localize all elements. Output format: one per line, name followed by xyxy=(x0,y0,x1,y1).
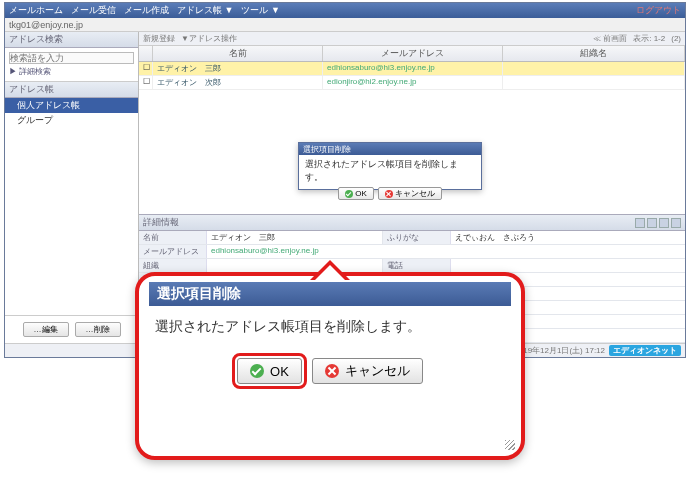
sidebar-item-personal[interactable]: 個人アドレス帳 xyxy=(5,98,138,113)
detail-tools[interactable] xyxy=(635,218,681,228)
table-row[interactable]: ☐ エディオン 三郎 edhionsaburo@hi3.enjoy.ne.jp xyxy=(139,62,685,76)
row-mail: edionjiro@hi2.enjoy.ne.jp xyxy=(323,76,503,89)
dialog-title: 選択項目削除 xyxy=(299,143,481,155)
callout-title: 選択項目削除 xyxy=(149,282,511,306)
cancel-label: キャンセル xyxy=(395,188,435,199)
ok-icon xyxy=(345,190,353,198)
callout-ok-button[interactable]: OK xyxy=(237,358,302,384)
content-toolbar: 新規登録 ▼アドレス操作 ≪ 前画面 表示: 1-2 (2) xyxy=(139,32,685,46)
dv-org xyxy=(207,259,383,272)
delete-button[interactable]: …削除 xyxy=(75,322,121,337)
user-bar: tkg01@enjoy.ne.jp xyxy=(5,18,685,32)
ok-label: OK xyxy=(270,364,289,379)
row-check[interactable]: ☐ xyxy=(139,62,153,75)
dv-name: エディオン 三郎 xyxy=(207,231,383,244)
col-mail[interactable]: メールアドレス xyxy=(323,46,503,61)
sidebar-item-group[interactable]: グループ xyxy=(5,113,138,128)
col-name[interactable]: 名前 xyxy=(153,46,323,61)
crumb-new[interactable]: 新規登録 xyxy=(143,33,175,44)
toolbar-count: 表示: 1-2 xyxy=(633,33,665,44)
row-name: エディオン 三郎 xyxy=(153,62,323,75)
dl-tel: 電話 xyxy=(383,259,451,272)
callout-message: 選択されたアドレス帳項目を削除します。 xyxy=(139,310,521,344)
dv-mail: edhionsaburo@hi3.enjoy.ne.jp xyxy=(207,245,685,258)
tab-mail-recv[interactable]: メール受信 xyxy=(71,4,116,17)
callout-zoom: 選択項目削除 選択されたアドレス帳項目を削除します。 OK キャンセル xyxy=(135,272,525,460)
search-panel-title: アドレス検索 xyxy=(5,32,138,48)
dialog-cancel-button[interactable]: キャンセル xyxy=(378,187,442,200)
dl-org: 組織 xyxy=(139,259,207,272)
col-check[interactable] xyxy=(139,46,153,61)
toolbar-of: (2) xyxy=(671,34,681,43)
cancel-icon xyxy=(325,364,339,378)
dv-tel xyxy=(451,259,685,272)
ok-label: OK xyxy=(355,189,367,198)
callout-cancel-button[interactable]: キャンセル xyxy=(312,358,423,384)
tab-address[interactable]: アドレス帳 ▼ xyxy=(177,4,233,17)
tab-mail-home[interactable]: メールホーム xyxy=(9,4,63,17)
confirm-dialog: 選択項目削除 選択されたアドレス帳項目を削除します。 OK キャンセル xyxy=(298,142,482,190)
dialog-ok-button[interactable]: OK xyxy=(338,187,374,200)
dialog-message: 選択されたアドレス帳項目を削除します。 xyxy=(305,158,475,184)
cancel-label: キャンセル xyxy=(345,362,410,380)
grid-header: 名前 メールアドレス 組織名 xyxy=(139,46,685,62)
edit-button[interactable]: …編集 xyxy=(23,322,69,337)
detail-search-link[interactable]: ▶ 詳細検索 xyxy=(9,66,134,77)
main-header: メールホーム メール受信 メール作成 アドレス帳 ▼ ツール ▼ ログアウト xyxy=(5,3,685,18)
row-mail: edhionsaburo@hi3.enjoy.ne.jp xyxy=(323,62,503,75)
search-input[interactable] xyxy=(9,52,134,64)
row-name: エディオン 次郎 xyxy=(153,76,323,89)
footer-brand: エディオンネット xyxy=(609,345,681,356)
row-org xyxy=(503,62,685,75)
crumb-ops[interactable]: ▼アドレス操作 xyxy=(181,33,237,44)
cancel-icon xyxy=(385,190,393,198)
tab-tools[interactable]: ツール ▼ xyxy=(241,4,279,17)
row-check[interactable]: ☐ xyxy=(139,76,153,89)
dl-name: 名前 xyxy=(139,231,207,244)
book-panel-title: アドレス帳 xyxy=(5,82,138,98)
tab-mail-new[interactable]: メール作成 xyxy=(124,4,169,17)
dl-mail: メールアドレス xyxy=(139,245,207,258)
row-org xyxy=(503,76,685,89)
ok-icon xyxy=(250,364,264,378)
detail-title: 詳細情報 xyxy=(143,216,179,229)
table-row[interactable]: ☐ エディオン 次郎 edionjiro@hi2.enjoy.ne.jp xyxy=(139,76,685,90)
logout-link[interactable]: ログアウト xyxy=(636,4,681,17)
resize-handle-icon[interactable] xyxy=(505,440,515,450)
user-email: tkg01@enjoy.ne.jp xyxy=(9,20,83,30)
footer-ts: 2019年12月1日(土) 17:12 xyxy=(514,345,605,356)
dl-furi: ふりがな xyxy=(383,231,451,244)
col-org[interactable]: 組織名 xyxy=(503,46,685,61)
toolbar-back[interactable]: ≪ 前画面 xyxy=(593,33,627,44)
dv-furi: えでぃおん さぶろう xyxy=(451,231,685,244)
sidebar: アドレス検索 ▶ 詳細検索 アドレス帳 個人アドレス帳 グループ …編集 …削除 xyxy=(5,32,139,343)
